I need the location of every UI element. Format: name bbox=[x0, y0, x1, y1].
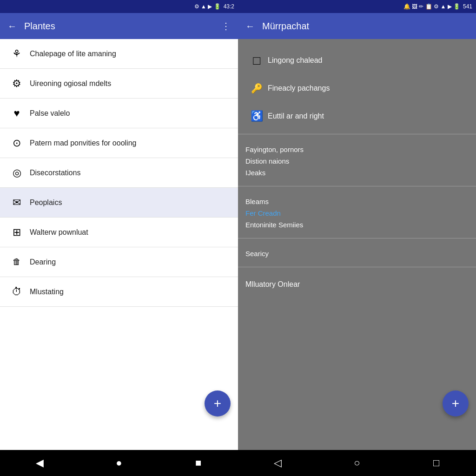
right-text-row-entoninite[interactable]: Entoninite Semiies bbox=[245, 219, 469, 231]
right-back-button[interactable]: ← bbox=[245, 21, 255, 32]
left-nav-back[interactable]: ◀ bbox=[26, 454, 53, 472]
right-text-row-bleams[interactable]: Bleams bbox=[245, 196, 469, 207]
right-section-3: Bleams Fer Creadn Entoninite Semiies bbox=[238, 188, 476, 238]
list-item-disecor[interactable]: Disecorstations bbox=[0, 158, 238, 188]
right-nav-back[interactable]: ◁ bbox=[264, 454, 291, 472]
right-text-row-distion[interactable]: Distion naions bbox=[245, 155, 469, 167]
right-toolbar: ← Mürrpachat bbox=[238, 13, 476, 39]
square-icon bbox=[245, 53, 268, 68]
right-nav-recent[interactable]: □ bbox=[423, 454, 450, 472]
target-icon bbox=[7, 137, 26, 149]
list-item-patern[interactable]: Patern mad ponvities for oooling bbox=[0, 128, 238, 158]
left-nav-recent[interactable]: ■ bbox=[185, 454, 212, 472]
plant-icon bbox=[7, 48, 26, 60]
right-text-rows-4: Searicy bbox=[238, 244, 476, 263]
bottom-nav-row: ◀ ● ■ ◁ ○ □ bbox=[0, 450, 476, 476]
right-row-lingong[interactable]: Lingong chalead bbox=[238, 46, 476, 74]
envelope-icon bbox=[7, 197, 26, 209]
grid-icon bbox=[7, 226, 26, 238]
heart-icon bbox=[7, 107, 26, 119]
list-item-walterw[interactable]: Walterw pownluat bbox=[0, 218, 238, 247]
list-item-label: Disecorstations bbox=[30, 169, 80, 177]
left-bottom-nav: ◀ ● ■ bbox=[0, 450, 238, 476]
right-status-bar: 🔔 🖼 ✏ 📋 ⚙ ▲ ▶ 🔋 541 bbox=[238, 0, 476, 13]
right-section-1: Lingong chalead Fineacly pachangs Euttil… bbox=[238, 43, 476, 134]
right-text-row-fayington[interactable]: Fayington, pornors bbox=[245, 144, 469, 155]
person-icon bbox=[245, 110, 268, 122]
left-status-icons: ⚙ ▲ ▶ 🔋 bbox=[194, 3, 221, 10]
right-text-row-searicy[interactable]: Searicy bbox=[245, 248, 469, 259]
left-time: 43:2 bbox=[224, 3, 234, 10]
list-item-label: Chalepage of lite amaning bbox=[30, 50, 116, 58]
key-icon bbox=[245, 83, 268, 94]
list-item-peoplaics[interactable]: Peoplaics bbox=[0, 188, 238, 218]
list-item-mlustating[interactable]: Mlustating bbox=[0, 277, 238, 307]
left-fab[interactable]: + bbox=[205, 390, 231, 416]
right-fab[interactable]: + bbox=[443, 390, 469, 416]
right-text-rows-3: Bleams Fer Creadn Entoninite Semiies bbox=[238, 192, 476, 234]
list-item-label: Peoplaics bbox=[30, 198, 62, 207]
right-section-4: Searicy bbox=[238, 240, 476, 267]
list-item-label: Dearing bbox=[30, 258, 56, 266]
right-row-label: Fineacly pachangs bbox=[268, 84, 330, 93]
list-item-uireoning[interactable]: Uireoning ogiosal mdelts bbox=[0, 69, 238, 99]
right-bottom-row[interactable]: Mlluatory Onlear bbox=[238, 273, 476, 296]
right-bottom-nav: ◁ ○ □ bbox=[238, 450, 476, 476]
list-item-label: Patern mad ponvities for oooling bbox=[30, 139, 136, 147]
right-text-row-ijeaks[interactable]: IJeaks bbox=[245, 167, 469, 178]
left-toolbar: ← Plantes ⋮ bbox=[0, 13, 238, 39]
trash-icon bbox=[7, 257, 26, 267]
right-text-row-fercreadn[interactable]: Fer Creadn bbox=[245, 207, 469, 219]
right-status-icons: 🔔 🖼 ✏ 📋 ⚙ ▲ ▶ 🔋 bbox=[403, 3, 460, 10]
list-item-label: Uireoning ogiosal mdelts bbox=[30, 79, 111, 88]
right-row-label: Lingong chalead bbox=[268, 56, 322, 65]
right-text-rows-2: Fayington, pornors Distion naions IJeaks bbox=[238, 140, 476, 182]
left-status-bar: ⚙ ▲ ▶ 🔋 43:2 bbox=[0, 0, 238, 13]
left-title: Plantes bbox=[24, 21, 221, 32]
right-nav-home[interactable]: ○ bbox=[343, 454, 371, 472]
right-row-label: Euttil ar and right bbox=[268, 112, 324, 120]
screens-row: ⚙ ▲ ▶ 🔋 43:2 ← Plantes ⋮ Chalepage of li… bbox=[0, 0, 476, 450]
right-section-2: Fayington, pornors Distion naions IJeaks bbox=[238, 136, 476, 186]
list-item-label: Mlustating bbox=[30, 288, 64, 296]
right-content: Lingong chalead Fineacly pachangs Euttil… bbox=[238, 39, 476, 450]
list-item-dearing[interactable]: Dearing bbox=[0, 247, 238, 277]
clock-icon bbox=[7, 286, 26, 298]
right-screen: 🔔 🖼 ✏ 📋 ⚙ ▲ ▶ 🔋 541 ← Mürrpachat Lingong… bbox=[238, 0, 476, 450]
right-row-fineacly[interactable]: Fineacly pachangs bbox=[238, 74, 476, 102]
list-item-label: Walterw pownluat bbox=[30, 228, 88, 237]
circle-icon bbox=[7, 167, 26, 179]
list-item-palse[interactable]: Palse valelo bbox=[0, 99, 238, 128]
right-row-euttil[interactable]: Euttil ar and right bbox=[238, 102, 476, 130]
left-screen: ⚙ ▲ ▶ 🔋 43:2 ← Plantes ⋮ Chalepage of li… bbox=[0, 0, 238, 450]
right-title: Mürrpachat bbox=[262, 21, 309, 32]
left-more-button[interactable]: ⋮ bbox=[221, 20, 231, 32]
right-section-bottom: Mlluatory Onlear bbox=[238, 269, 476, 300]
settings-icon bbox=[7, 78, 26, 90]
left-back-button[interactable]: ← bbox=[7, 21, 17, 32]
right-time: 541 bbox=[463, 3, 472, 10]
left-list: Chalepage of lite amaning Uireoning ogio… bbox=[0, 39, 238, 450]
list-item-chalepage[interactable]: Chalepage of lite amaning bbox=[0, 39, 238, 69]
list-item-label: Palse valelo bbox=[30, 109, 70, 118]
left-nav-home[interactable]: ● bbox=[105, 454, 133, 472]
